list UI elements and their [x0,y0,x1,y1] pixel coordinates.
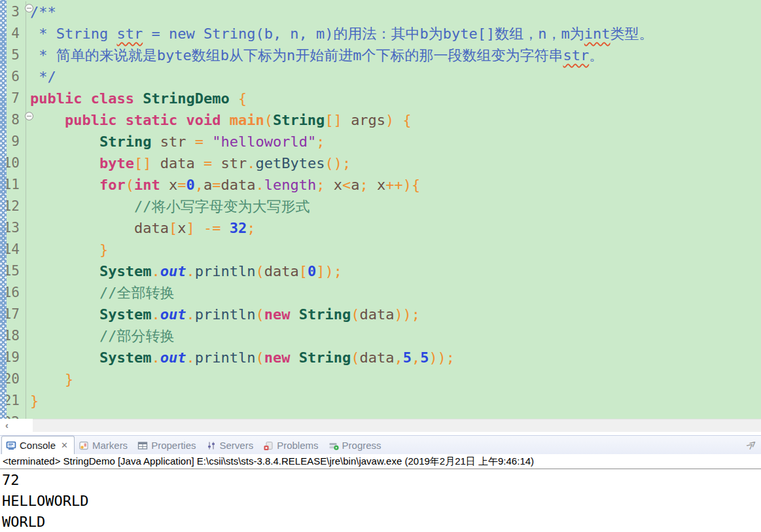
code-line[interactable]: 18 //部分转换 [0,325,761,347]
tab-label: Servers [220,440,254,451]
console-tabbar: Console✕MarkersPropertiesServersProblems… [0,435,761,454]
code-line[interactable]: 11 for(int x=0,a=data.length; x<a; x++){ [0,174,761,196]
fold-collapse-icon[interactable] [25,112,33,120]
tab-console[interactable]: Console✕ [1,436,75,454]
code-line[interactable]: 8 public static void main(String[] args)… [0,109,761,131]
code-text: public static void main(String[] args) { [26,109,412,131]
code-text: } [26,390,39,412]
tab-label: Console [20,440,56,451]
servers-icon [206,440,217,451]
tab-progress[interactable]: Progress [325,436,387,454]
code-line[interactable]: 20 } [0,368,761,390]
code-line[interactable]: 22 [0,412,761,419]
code-text: data[x] -= 32; [26,217,255,239]
tab-label: Properties [151,440,196,451]
code-line[interactable]: 14 } [0,239,761,260]
progress-icon [328,440,339,451]
console-output-line: 72 [2,470,761,491]
tab-label: Problems [277,440,318,451]
code-text: System.out.println(new String(data)); [26,304,420,325]
problems-icon [263,440,274,451]
close-tab-icon[interactable]: ✕ [61,440,68,450]
tab-servers[interactable]: Servers [202,436,260,454]
console-output-line: WORLD [2,512,761,532]
markers-icon [79,440,89,451]
properties-icon [137,440,148,451]
code-line[interactable]: 15 System.out.println(data[0]); [0,260,761,282]
code-line[interactable]: 9 String str = "helloworld"; [0,131,761,152]
code-line[interactable]: 17 System.out.println(new String(data)); [0,304,761,325]
code-text [26,412,30,419]
code-text: * String str = new String(b, n, m)的用法：其中… [26,23,654,44]
console-icon [6,440,16,451]
tab-properties[interactable]: Properties [133,436,202,454]
console-output[interactable]: 72HELLOWORLDWORLD [0,469,761,532]
code-line[interactable]: 19 System.out.println(new String(data,5,… [0,347,761,368]
code-text: } [26,239,108,260]
code-line[interactable]: 16 //全部转换 [0,282,761,304]
code-editor[interactable]: 3/**4 * String str = new String(b, n, m)… [0,0,761,419]
editor-left-ruler[interactable] [0,0,7,419]
editor-lines: 3/**4 * String str = new String(b, n, m)… [0,1,761,419]
fold-collapse-icon[interactable] [25,4,33,12]
code-text: System.out.println(data[0]); [26,260,342,282]
code-line[interactable]: 7public class StringDemo { [0,88,761,109]
code-text: String str = "helloworld"; [26,131,325,152]
code-text: */ [26,66,56,88]
code-line[interactable]: 3/** [0,1,761,23]
code-line[interactable]: 4 * String str = new String(b, n, m)的用法：… [0,23,761,44]
code-text: public class StringDemo { [26,88,247,109]
code-text: } [26,368,73,390]
code-line[interactable]: 10 byte[] data = str.getBytes(); [0,152,761,174]
code-text: //全部转换 [26,282,174,304]
tab-label: Progress [342,440,381,451]
code-text: //将小写字母变为大写形式 [26,196,310,217]
code-text: //部分转换 [26,325,174,347]
code-line[interactable]: 21} [0,390,761,412]
editor-hscrollbar[interactable]: ‹ [0,419,761,432]
code-line[interactable]: 12 //将小写字母变为大写形式 [0,196,761,217]
code-text: * 简单的来说就是byte数组b从下标为n开始前进m个下标的那一段数组变为字符串… [26,44,603,66]
code-line[interactable]: 6 */ [0,66,761,88]
console-output-line: HELLOWORLD [2,491,761,512]
code-text: byte[] data = str.getBytes(); [26,152,351,174]
code-text: System.out.println(new String(data,5,5))… [26,347,455,368]
view-toolbar-chevrons-icon[interactable]: ≫ [744,438,758,453]
scroll-left-arrow-icon[interactable]: ‹ [5,419,9,432]
code-line[interactable]: 5 * 简单的来说就是byte数组b从下标为n开始前进m个下标的那一段数组变为字… [0,44,761,66]
tab-markers[interactable]: Markers [75,436,133,454]
hscrollbar-track[interactable] [33,419,761,432]
tab-problems[interactable]: Problems [259,436,324,454]
tab-label: Markers [92,440,128,451]
code-line[interactable]: 13 data[x] -= 32; [0,217,761,239]
code-text: for(int x=0,a=data.length; x<a; x++){ [26,174,420,196]
console-status-line: <terminated> StringDemo [Java Applicatio… [0,454,761,469]
